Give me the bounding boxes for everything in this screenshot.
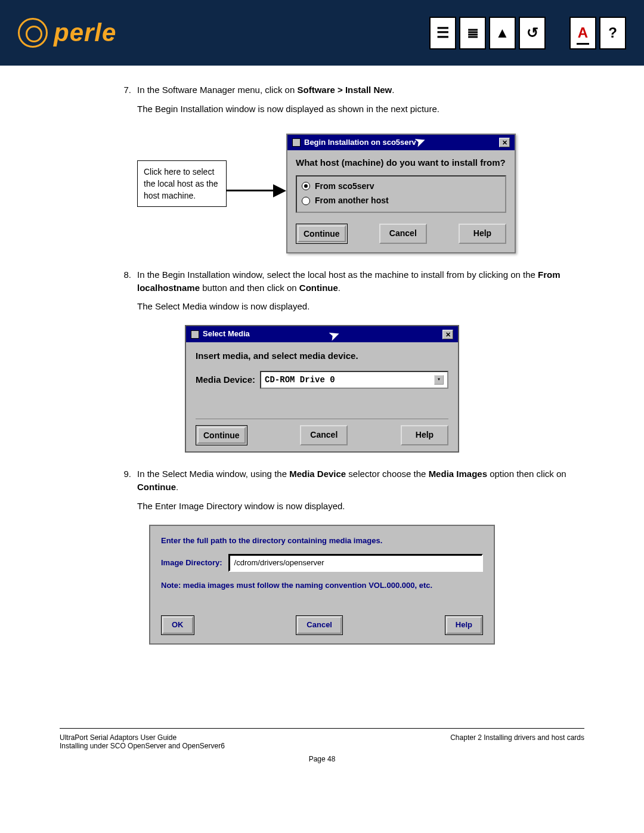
- footer-chapter: Chapter 2 Installing drivers and host ca…: [450, 733, 584, 750]
- image-directory-label: Image Directory:: [161, 558, 222, 569]
- dialog-prompt: What host (machine) do you want to insta…: [296, 156, 506, 169]
- help-icon[interactable]: ?: [599, 17, 626, 49]
- close-icon[interactable]: ✕: [442, 330, 453, 339]
- window-icon: [292, 138, 301, 147]
- dialog-prompt: Enter the full path to the directory con…: [161, 535, 483, 547]
- dialog-begin-installation: Begin Installation on sco5serv ➤ ✕ What …: [286, 134, 516, 253]
- dialog-begin-installation-row: Click here to select the local host as t…: [60, 134, 584, 253]
- header-nav-icons: ☰ ≣ ▲ ↺ A ?: [429, 17, 626, 49]
- step-8: 8. In the Begin Installation window, sel…: [60, 268, 584, 319]
- dialog-prompt: Insert media, and select media device.: [196, 349, 448, 363]
- step-9: 9. In the Select Media window, using the…: [60, 467, 584, 518]
- ok-button[interactable]: OK: [161, 615, 194, 635]
- callout-text: Click here to select the local host as t…: [137, 160, 227, 208]
- radio-group-host: From sco5serv From another host: [296, 175, 506, 213]
- chevron-down-icon[interactable]: ▾: [434, 375, 444, 385]
- help-button[interactable]: Help: [401, 425, 448, 445]
- step-text: In the Select Media window, using the Me…: [137, 467, 584, 494]
- step-text: The Select Media window is now displayed…: [137, 300, 584, 313]
- cancel-button[interactable]: Cancel: [379, 224, 427, 244]
- page-header: perle ☰ ≣ ▲ ↺ A ?: [0, 0, 644, 66]
- dialog-title: Begin Installation on sco5serv: [304, 137, 416, 148]
- page-footer: UltraPort Serial Adaptors User Guide Ins…: [60, 728, 584, 763]
- index-icon[interactable]: ≣: [459, 17, 486, 49]
- dialog-title: Select Media: [203, 329, 250, 340]
- cancel-button[interactable]: Cancel: [300, 425, 348, 445]
- media-device-label: Media Device:: [196, 373, 255, 386]
- step-text: In the Begin Installation window, select…: [137, 268, 584, 295]
- close-icon[interactable]: ✕: [499, 138, 510, 147]
- media-device-select[interactable]: CD-ROM Drive 0 ▾: [260, 371, 448, 389]
- brand-name: perle: [54, 18, 116, 47]
- back-icon[interactable]: ↺: [519, 17, 546, 49]
- step-text: The Enter Image Directory window is now …: [137, 500, 584, 513]
- step-number: 9.: [60, 467, 137, 518]
- continue-button[interactable]: Continue: [196, 425, 247, 445]
- up-icon[interactable]: ▲: [489, 17, 516, 49]
- window-icon: [191, 330, 199, 339]
- dialog-titlebar[interactable]: Select Media ➤ ✕: [186, 326, 458, 342]
- footer-guide-title: UltraPort Serial Adaptors User Guide: [60, 733, 225, 742]
- brand-logo: perle: [18, 18, 116, 48]
- media-device-value: CD-ROM Drive 0: [265, 374, 335, 386]
- image-directory-input[interactable]: /cdrom/drivers/openserver: [228, 554, 483, 572]
- logo-icon: [18, 18, 48, 48]
- page-content: 7. In the Software Manager menu, click o…: [0, 66, 644, 668]
- dialog-select-media: Select Media ➤ ✕ Insert media, and selec…: [185, 325, 459, 453]
- page-number: Page 48: [60, 755, 584, 763]
- radio-icon[interactable]: [302, 197, 310, 205]
- toc-icon[interactable]: ☰: [429, 17, 456, 49]
- radio-from-another-host[interactable]: From another host: [302, 193, 500, 208]
- step-number: 7.: [60, 83, 137, 122]
- dialog-note: Note: media images must follow the namin…: [161, 580, 483, 592]
- step-number: 8.: [60, 268, 137, 319]
- radio-from-sco5serv[interactable]: From sco5serv: [302, 179, 500, 193]
- cursor-icon: ➤: [327, 325, 342, 345]
- help-button[interactable]: Help: [445, 615, 483, 635]
- step-text: The Begin Installation window is now dis…: [137, 103, 584, 116]
- help-button[interactable]: Help: [459, 224, 506, 244]
- cancel-button[interactable]: Cancel: [296, 615, 343, 635]
- font-icon[interactable]: A: [569, 17, 596, 49]
- dialog-titlebar[interactable]: Begin Installation on sco5serv ➤ ✕: [287, 135, 515, 151]
- continue-button[interactable]: Continue: [296, 224, 348, 244]
- footer-section-title: Installing under SCO OpenServer and Open…: [60, 742, 225, 750]
- step-text: In the Software Manager menu, click on S…: [137, 83, 584, 97]
- radio-icon[interactable]: [302, 182, 310, 190]
- step-7: 7. In the Software Manager menu, click o…: [60, 83, 584, 122]
- dialog-enter-image-directory: Enter the full path to the directory con…: [149, 525, 495, 645]
